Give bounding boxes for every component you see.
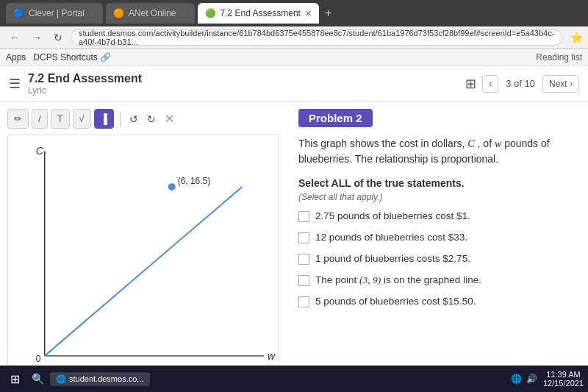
bookmark-dcps[interactable]: DCPS Shortcuts 🔗	[33, 52, 110, 63]
drawing-toolbar: ✏ / T √ ▐ ↺ ↻ ✕	[7, 109, 279, 129]
start-button[interactable]: ⊞	[4, 369, 26, 389]
chrome-label: student.desmos.co...	[69, 374, 144, 383]
system-icons: 🌐 🔊	[511, 374, 537, 384]
bookmarks-bar: Apps DCPS Shortcuts 🔗 Reading list	[0, 49, 588, 66]
cost-variable: C	[467, 138, 474, 149]
clever-tab-close[interactable]: ✕	[89, 9, 96, 18]
option-text-2: 12 pounds of blueberries cost $33.	[315, 231, 467, 245]
reading-list-label: Reading list	[536, 52, 582, 63]
svg-text:(6, 16.5): (6, 16.5)	[178, 176, 210, 186]
new-tab-button[interactable]: +	[322, 7, 334, 20]
sound-icon: 🔊	[526, 374, 537, 384]
desc-text-2: , of	[478, 138, 492, 149]
point-math: (3, 9)	[359, 274, 381, 285]
option-checkbox-2[interactable]	[298, 232, 309, 243]
dcps-bookmark-icon: 🔗	[100, 52, 111, 63]
main-content: ✏ / T √ ▐ ↺ ↻ ✕ C w 0	[0, 101, 588, 392]
undo-button[interactable]: ↺	[126, 110, 141, 128]
option-checkbox-3[interactable]	[298, 254, 309, 265]
address-bar[interactable]: student.desmos.com/activitybuilder/insta…	[71, 29, 562, 46]
anet-tab-label: ANet Online	[129, 8, 176, 18]
extensions-button[interactable]: ⭐	[567, 30, 587, 45]
problem-title: Problem 2	[298, 109, 373, 127]
option-item-4: The point (3, 9) is on the graphed line.	[298, 274, 576, 288]
option-text-4: The point (3, 9) is on the graphed line.	[315, 274, 481, 288]
option-text-1: 2.75 pounds of blueberries cost $1.	[315, 210, 470, 224]
hamburger-button[interactable]: ☰	[9, 76, 21, 92]
tab-assessment[interactable]: 🟢 7.2 End Assessment ✕	[198, 3, 319, 24]
pencil-tool[interactable]: ✏	[7, 109, 29, 129]
highlight-tool[interactable]: ▐	[94, 109, 114, 129]
apps-bookmark-label: Apps	[6, 52, 26, 63]
taskbar-chrome-icon[interactable]: 🌐 student.desmos.co...	[50, 372, 150, 386]
chrome-icon: 🌐	[56, 374, 66, 384]
app-title: 7.2 End Assessment	[28, 72, 142, 85]
option-text-3: 1 pound of blueberries costs $2.75.	[315, 252, 470, 266]
taskbar: ⊞ 🔍 🌐 student.desmos.co... 🌐 🔊 11:39 AM …	[0, 366, 588, 392]
option-checkbox-4[interactable]	[298, 275, 309, 286]
toolbar-separator	[120, 112, 121, 126]
network-icon: 🌐	[511, 374, 522, 384]
weight-variable: w	[495, 138, 501, 149]
svg-text:0: 0	[36, 354, 41, 364]
option-item-5: 5 pounds of blueberries cost $15.50.	[298, 295, 576, 309]
header-right: ⊞ ‹ 3 of 10 Next ›	[465, 75, 579, 93]
assessment-favicon: 🟢	[205, 8, 216, 18]
svg-line-5	[45, 187, 243, 356]
option-item-1: 2.75 pounds of blueberries cost $1.	[298, 210, 576, 224]
assessment-tab-close[interactable]: ✕	[305, 9, 312, 18]
option-item-2: 12 pounds of blueberries cost $33.	[298, 231, 576, 245]
taskbar-right: 🌐 🔊 11:39 AM 12/15/2021	[511, 370, 584, 388]
app-subtitle: Lyric	[28, 85, 142, 96]
sqrt-tool[interactable]: √	[73, 109, 91, 129]
prev-page-button[interactable]: ‹	[482, 75, 498, 93]
assessment-tab-label: 7.2 End Assessment	[220, 8, 301, 18]
search-button[interactable]: 🔍	[29, 370, 47, 388]
browser-controls: ← → ↻ student.desmos.com/activitybuilder…	[0, 26, 588, 49]
svg-point-6	[168, 183, 176, 190]
address-text: student.desmos.com/activitybuilder/insta…	[79, 29, 554, 46]
clock: 11:39 AM 12/15/2021	[543, 370, 584, 388]
tab-clever[interactable]: 🔵 Clever | Portal ✕	[6, 3, 103, 24]
graph-svg: C w 0 (6, 16.5)	[8, 135, 279, 386]
back-button[interactable]: ←	[6, 30, 24, 45]
anet-favicon: 🟠	[113, 8, 124, 18]
refresh-button[interactable]: ↻	[50, 30, 66, 45]
problem-panel: Problem 2 This graph shows the cost in d…	[287, 101, 588, 392]
desc-text-1: This graph shows the cost in dollars,	[298, 138, 465, 149]
problem-description: This graph shows the cost in dollars, C …	[298, 136, 576, 167]
anet-tab-close[interactable]: ✕	[181, 9, 187, 18]
option-checkbox-5[interactable]	[298, 296, 309, 307]
svg-text:C: C	[36, 145, 44, 157]
option-text-5: 5 pounds of blueberries cost $15.50.	[315, 295, 476, 309]
text-tool[interactable]: T	[51, 109, 70, 129]
select-hint: (Select all that apply.)	[298, 192, 576, 202]
app-header: ☰ 7.2 End Assessment Lyric ⊞ ‹ 3 of 10 N…	[0, 66, 588, 101]
option-checkbox-1[interactable]	[298, 211, 309, 222]
next-page-button[interactable]: Next ›	[542, 75, 579, 93]
svg-text:w: w	[268, 350, 276, 362]
time-display: 11:39 AM	[543, 370, 584, 379]
browser-chrome: 🔵 Clever | Portal ✕ 🟠 ANet Online ✕ 🟢 7.…	[0, 0, 588, 26]
grid-button[interactable]: ⊞	[465, 76, 476, 92]
tab-anet[interactable]: 🟠 ANet Online ✕	[106, 3, 195, 24]
toolbar-close-button[interactable]: ✕	[165, 112, 174, 126]
date-display: 12/15/2021	[543, 379, 584, 388]
clever-favicon: 🔵	[13, 8, 24, 18]
title-group: 7.2 End Assessment Lyric	[28, 72, 142, 96]
line-tool[interactable]: /	[32, 109, 48, 129]
bookmark-apps[interactable]: Apps	[6, 52, 26, 63]
graph-panel: ✏ / T √ ▐ ↺ ↻ ✕ C w 0	[0, 101, 287, 392]
graph-area: C w 0 (6, 16.5)	[7, 135, 279, 387]
page-indicator: 3 of 10	[501, 78, 539, 89]
clever-tab-label: Clever | Portal	[29, 8, 85, 18]
option-item-3: 1 pound of blueberries costs $2.75.	[298, 252, 576, 266]
forward-button[interactable]: →	[28, 30, 46, 45]
redo-button[interactable]: ↻	[144, 110, 159, 128]
dcps-bookmark-label: DCPS Shortcuts	[33, 52, 97, 63]
select-all-label: Select ALL of the true statements.	[298, 177, 576, 189]
nav-arrows: ‹ 3 of 10 Next ›	[482, 75, 579, 93]
